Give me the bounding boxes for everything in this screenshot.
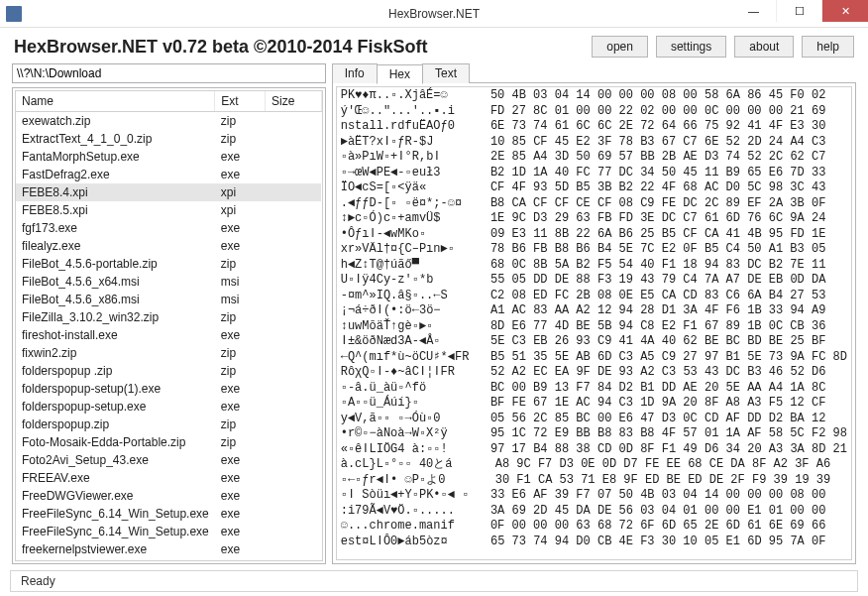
path-input[interactable] [12,63,326,83]
table-row[interactable]: ExtractText_4_1_0_0.zipzip [16,130,321,148]
cell-ext: zip [215,112,266,131]
cell-name: Foto2Avi_Setup_43.exe [16,451,215,469]
cell-size [266,469,322,487]
cell-ext: exe [215,148,266,166]
cell-size [266,505,322,523]
app-icon [6,6,22,22]
table-row[interactable]: exewatch.zipzip [16,112,321,131]
close-button[interactable]: ✕ [822,0,868,22]
cell-size [266,398,322,416]
cell-name: Foto-Mosaik-Edda-Portable.zip [16,433,215,451]
tab-text[interactable]: Text [422,63,470,83]
table-row[interactable]: FreeDWGViewer.exeexe [16,487,321,505]
cell-size [266,237,322,255]
cell-size [266,291,322,308]
table-row[interactable]: FileZilla_3.10.2_win32.zipzip [16,308,321,326]
tab-hex[interactable]: Hex [377,64,423,84]
cell-name: ExtractText_4_1_0_0.zip [16,130,215,148]
table-row[interactable]: FileBot_4.5.6_x86.msimsi [16,291,321,308]
cell-size [266,540,322,558]
cell-ext: xpi [215,201,266,219]
tab-info[interactable]: Info [332,63,378,83]
col-name[interactable]: Name [16,91,215,112]
cell-ext: exe [215,166,266,183]
cell-ext: exe [215,469,266,487]
table-row[interactable]: FreeFileSync_6.14_Win_Setup.exeexe [16,523,321,540]
window-titlebar: HexBrowser.NET — ☐ ✕ [0,0,868,28]
cell-ext: xpi [215,183,266,201]
cell-ext: zip [215,344,266,362]
cell-name: FileBot_4.5.6_x64.msi [16,273,215,291]
hex-view[interactable]: PK♥♦π..▫.XjâÉ=☺ 50 4B 03 04 14 00 00 00 … [336,86,852,560]
cell-ext: zip [215,362,266,380]
table-row[interactable]: FastDefrag2.exeexe [16,166,321,183]
cell-size [266,130,322,148]
cell-ext: exe [215,505,266,523]
table-row[interactable]: FREEAV.exeexe [16,469,321,487]
cell-ext: exe [215,523,266,540]
file-list[interactable]: Name Ext Size exewatch.zipzipExtractText… [15,90,323,561]
cell-size [266,183,322,201]
col-size[interactable]: Size [266,91,322,112]
table-row[interactable]: FileBot_4.5.6-portable.zipzip [16,255,321,273]
table-row[interactable]: folderspopup-setup.exeexe [16,398,321,416]
cell-ext: msi [215,273,266,291]
cell-size [266,487,322,505]
cell-name: exewatch.zip [16,112,215,131]
tab-bar: Info Hex Text [332,63,856,83]
table-row[interactable]: FantaMorphSetup.exeexe [16,148,321,166]
cell-size [266,326,322,344]
toolbar: HexBrowser.NET v0.72 beta ©2010-2014 Fis… [0,28,868,63]
cell-ext: exe [215,237,266,255]
cell-size [266,362,322,380]
table-row[interactable]: fixwin2.zipzip [16,344,321,362]
table-row[interactable]: folderspopup-setup(1).exeexe [16,380,321,398]
cell-name: folderspopup-setup.exe [16,398,215,416]
settings-button[interactable]: settings [656,36,726,58]
table-row[interactable]: FreeFileSync_6.14_Win_Setup.exeexe [16,505,321,523]
table-row[interactable]: FileBot_4.5.6_x64.msimsi [16,273,321,291]
cell-size [266,166,322,183]
cell-name: folderspopup-setup(1).exe [16,380,215,398]
cell-name: FastDefrag2.exe [16,166,215,183]
cell-ext: zip [215,416,266,433]
table-row[interactable]: fgf173.exeexe [16,219,321,237]
help-button[interactable]: help [802,36,854,58]
cell-ext: exe [215,451,266,469]
table-row[interactable]: filealyz.exeexe [16,237,321,255]
table-row[interactable]: fireshot-install.exeexe [16,326,321,344]
about-button[interactable]: about [734,36,794,58]
table-row[interactable]: folderspopup.zipzip [16,416,321,433]
cell-size [266,112,322,131]
table-row[interactable]: freekernelpstviewer.exeexe [16,540,321,558]
cell-name: filealyz.exe [16,237,215,255]
cell-size [266,148,322,166]
cell-name: FEBE8.4.xpi [16,183,215,201]
cell-name: FreeDWGViewer.exe [16,487,215,505]
cell-size [266,308,322,326]
cell-size [266,523,322,540]
col-ext[interactable]: Ext [215,91,266,112]
cell-name: FEBE8.5.xpi [16,201,215,219]
cell-size [266,344,322,362]
table-row[interactable]: Foto2Avi_Setup_43.exeexe [16,451,321,469]
table-row[interactable]: Foto-Mosaik-Edda-Portable.zipzip [16,433,321,451]
cell-ext: zip [215,255,266,273]
maximize-button[interactable]: ☐ [777,0,822,22]
cell-ext: exe [215,326,266,344]
cell-name: folderspopup.zip [16,416,215,433]
open-button[interactable]: open [592,36,648,58]
cell-size [266,416,322,433]
cell-ext: zip [215,308,266,326]
cell-size [266,255,322,273]
cell-name: FileZilla_3.10.2_win32.zip [16,308,215,326]
cell-size [266,433,322,451]
minimize-button[interactable]: — [731,0,777,22]
table-row[interactable]: folderspopup .zipzip [16,362,321,380]
table-row[interactable]: FEBE8.5.xpixpi [16,201,321,219]
table-row[interactable]: FEBE8.4.xpixpi [16,183,321,201]
cell-name: FreeFileSync_6.14_Win_Setup.exe [16,505,215,523]
status-text: Ready [21,574,55,588]
cell-size [266,273,322,291]
cell-ext: exe [215,380,266,398]
